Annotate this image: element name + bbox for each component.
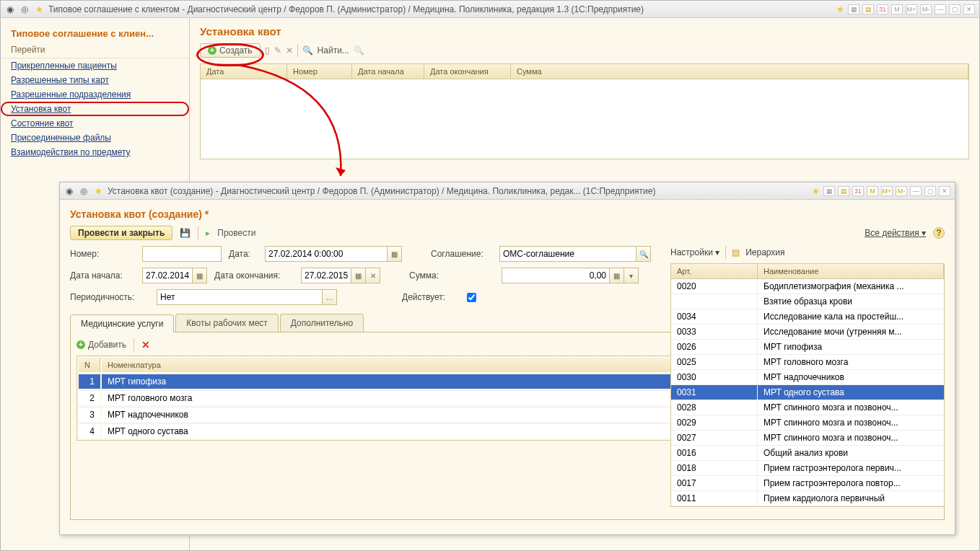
list-item[interactable]: 0033Исследование мочи (утренняя м...	[671, 325, 944, 340]
col-sum[interactable]: Сумма	[511, 64, 968, 79]
calc-icon[interactable]: ▤	[862, 4, 874, 14]
end-input[interactable]	[301, 268, 351, 283]
list-item[interactable]: 0030МРТ надпочечников	[671, 370, 944, 385]
sidebar-item-cardtypes[interactable]: Разрешенные типы карт	[1, 73, 189, 87]
star-icon[interactable]: ★	[34, 4, 44, 14]
help-icon[interactable]: ?	[933, 227, 945, 239]
minimize-icon[interactable]: —	[910, 186, 922, 196]
date-picker-icon[interactable]: ▦	[351, 268, 366, 283]
mminus-icon[interactable]: M-	[920, 4, 932, 14]
tool-icon-1[interactable]: ▦	[848, 4, 859, 14]
col-end[interactable]: Дата окончания	[424, 64, 511, 79]
clear-icon[interactable]: ✕	[366, 268, 380, 283]
date-picker-icon[interactable]: ▦	[193, 268, 207, 283]
back-icon[interactable]: ◎	[79, 186, 89, 196]
calc-icon[interactable]: ▦	[610, 268, 624, 283]
list-item[interactable]: 0029МРТ спинного мозга и позвоноч...	[671, 415, 944, 431]
sidebar-item-departments[interactable]: Разрешенные подразделения	[1, 87, 189, 102]
start-input[interactable]	[142, 268, 193, 283]
col-art[interactable]: Арт.	[671, 264, 758, 278]
add-button[interactable]: +Добавить	[76, 340, 126, 350]
active-checkbox[interactable]	[467, 293, 476, 302]
reference-list[interactable]: Арт. Наименование 0020Бодиплетизмография…	[670, 263, 945, 507]
hierarchy-label[interactable]: Иерархия	[745, 247, 784, 257]
find-clear-icon[interactable]: 🔍	[354, 45, 364, 56]
post-label[interactable]: Провести	[217, 228, 255, 238]
agr-input[interactable]	[499, 246, 636, 262]
edit-icon[interactable]: ✎	[274, 45, 281, 56]
list-item[interactable]: 0018Прием гастроэнтеролога первич...	[671, 461, 944, 476]
fav-icon[interactable]: ★	[835, 4, 845, 14]
content-heading: Установка квот	[200, 25, 969, 38]
list-item[interactable]: 0031МРТ одного сустава	[671, 385, 944, 400]
calc-icon[interactable]: ▤	[838, 186, 849, 196]
date-picker-icon[interactable]: ▦	[388, 246, 402, 262]
sidebar-item-quotas[interactable]: Установка квот	[1, 102, 189, 116]
num-input[interactable]	[142, 246, 222, 262]
settings-menu[interactable]: Настройки ▾	[670, 247, 719, 257]
list-item[interactable]: 0025МРТ головного мозга	[671, 355, 944, 370]
create-label: Создать	[219, 45, 253, 56]
hierarchy-icon[interactable]: ▤	[732, 247, 740, 257]
col-num[interactable]: Номер	[287, 64, 352, 79]
minimize-icon[interactable]: —	[935, 4, 946, 14]
back-icon[interactable]: ◎	[19, 4, 30, 14]
dialog-window: ◉ ◎ ★ Установка квот (создание) - Диагно…	[59, 182, 955, 535]
save-icon[interactable]: 💾	[180, 228, 191, 238]
sidebar-item-files[interactable]: Присоединенные файлы	[1, 131, 189, 145]
lookup-icon[interactable]: 🔍	[636, 246, 651, 262]
post-icon[interactable]: ▸	[206, 228, 210, 238]
col-start[interactable]: Дата начала	[352, 64, 424, 79]
copy-icon[interactable]: ▯	[265, 45, 270, 56]
list-item[interactable]: Взятие образца крови	[671, 294, 944, 309]
tab-extra[interactable]: Дополнительно	[280, 314, 364, 332]
col-date[interactable]: Дата	[201, 64, 287, 79]
list-item[interactable]: 0034Исследование кала на простейш...	[671, 309, 944, 325]
list-item[interactable]: 0026МРТ гипофиза	[671, 340, 944, 355]
post-close-button[interactable]: Провести и закрыть	[70, 226, 172, 240]
list-item[interactable]: 0016Общий анализ крови	[671, 446, 944, 461]
maximize-icon[interactable]: ▢	[924, 186, 936, 196]
start-label: Дата начала:	[70, 270, 135, 281]
sum-input[interactable]	[502, 268, 610, 283]
calendar-icon[interactable]: 31	[877, 4, 888, 14]
period-input[interactable]	[157, 289, 323, 305]
delete-icon[interactable]: ✕	[286, 45, 293, 56]
mplus-icon[interactable]: M+	[906, 4, 917, 14]
date-input[interactable]	[265, 246, 388, 262]
mplus-icon[interactable]: M+	[881, 186, 893, 196]
close-icon[interactable]: ✕	[939, 186, 950, 196]
m-icon[interactable]: M	[891, 4, 903, 14]
sidebar-item-interactions[interactable]: Взаимодействия по предмету	[1, 145, 189, 159]
list-item[interactable]: 0020Бодиплетизмография (механика ...	[671, 279, 944, 294]
find-label[interactable]: Найти...	[318, 45, 349, 56]
col-n[interactable]: N	[79, 358, 100, 372]
remove-icon[interactable]: ✕	[141, 339, 150, 351]
sidebar-item-patients[interactable]: Прикрепленные пациенты	[1, 58, 189, 73]
fav-icon[interactable]: ★	[810, 186, 821, 196]
list-item[interactable]: 0017Прием гастроэнтеролога повтор...	[671, 476, 944, 491]
find-icon[interactable]: 🔍	[302, 45, 313, 56]
sidebar-item-quotastate[interactable]: Состояние квот	[1, 116, 189, 131]
stepper-icon[interactable]: ▾	[624, 268, 639, 283]
col-name[interactable]: Наименование	[758, 264, 944, 278]
all-actions-menu[interactable]: Все действия ▾	[865, 228, 926, 238]
m-icon[interactable]: M	[867, 186, 878, 196]
close-icon[interactable]: ✕	[963, 4, 975, 14]
list-item[interactable]: 0028МРТ спинного мозга и позвоноч...	[671, 400, 944, 415]
star-icon[interactable]: ★	[93, 186, 103, 196]
calendar-icon[interactable]: 31	[852, 186, 864, 196]
dropdown-icon[interactable]: …	[323, 289, 337, 305]
mminus-icon[interactable]: M-	[896, 186, 907, 196]
tab-services[interactable]: Медицинские услуги	[70, 314, 174, 332]
tool-icon-1[interactable]: ▦	[823, 186, 835, 196]
list-item[interactable]: 0011Прием кардиолога первичный	[671, 491, 944, 506]
maximize-icon[interactable]: ▢	[949, 4, 961, 14]
main-titlebar: ◉ ◎ ★ Типовое соглашение с клиентом - Ди…	[1, 1, 979, 18]
quota-grid[interactable]: Дата Номер Дата начала Дата окончания Су…	[200, 63, 969, 159]
main-title: Типовое соглашение с клиентом - Диагност…	[48, 4, 831, 14]
tab-workplaces[interactable]: Квоты рабочих мест	[175, 314, 278, 332]
create-button[interactable]: +Создать	[200, 43, 261, 58]
list-item[interactable]: 0027МРТ спинного мозга и позвоноч...	[671, 431, 944, 446]
dialog-title: Установка квот (создание) - Диагностичес…	[108, 186, 806, 196]
